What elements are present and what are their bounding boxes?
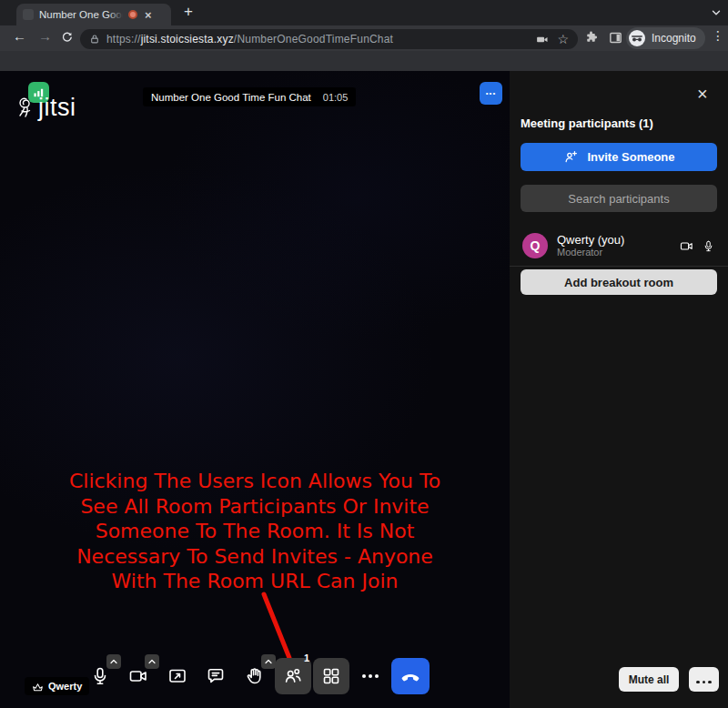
reload-button[interactable] bbox=[60, 30, 74, 44]
participant-mic-status-icon bbox=[702, 239, 715, 253]
jitsi-logo[interactable]: jitsi bbox=[15, 93, 76, 122]
address-bar[interactable]: https://jitsi.stoicsiesta.xyz/NumberOneG… bbox=[80, 29, 578, 49]
participant-name: Qwerty (you) bbox=[557, 233, 624, 247]
jitsi-logo-text: jitsi bbox=[38, 94, 76, 122]
url-path: /NumberOneGoodTimeFunChat bbox=[234, 33, 393, 46]
raise-hand-options-chevron[interactable] bbox=[261, 654, 276, 669]
participant-avatar: Q bbox=[522, 233, 548, 258]
tab-search-chevron-icon[interactable] bbox=[710, 6, 723, 19]
screenshare-icon bbox=[167, 665, 188, 687]
incognito-icon bbox=[628, 29, 646, 47]
participants-count-badge: 1 bbox=[304, 652, 309, 663]
tile-view-icon bbox=[320, 665, 342, 687]
incognito-label: Incognito bbox=[652, 32, 696, 45]
add-breakout-room-button[interactable]: Add breakout room bbox=[521, 269, 717, 295]
participants-icon bbox=[282, 665, 304, 687]
camera-in-use-icon[interactable] bbox=[536, 33, 550, 46]
browser-window: Number One Good Tim × + ← → https://jits… bbox=[0, 0, 728, 708]
url-scheme: https:// bbox=[106, 33, 141, 46]
tab-strip: Number One Good Tim × + bbox=[0, 0, 728, 25]
person-plus-icon bbox=[562, 148, 580, 166]
mic-options-chevron[interactable] bbox=[106, 654, 121, 669]
more-dots-icon: ••• bbox=[486, 89, 496, 97]
tab-close-button[interactable]: × bbox=[143, 8, 154, 22]
url-host: jitsi.stoicsiesta.xyz bbox=[141, 33, 234, 46]
tab-favicon-icon bbox=[23, 9, 34, 20]
selfview-name-label[interactable]: Qwerty bbox=[25, 677, 89, 695]
url-text: https://jitsi.stoicsiesta.xyz/NumberOneG… bbox=[106, 33, 393, 46]
tab-title: Number One Good Tim bbox=[39, 9, 123, 20]
hangup-button[interactable] bbox=[391, 658, 430, 694]
panel-divider bbox=[510, 266, 728, 267]
chat-icon bbox=[205, 665, 227, 687]
toolbar-lower-strip bbox=[0, 51, 728, 71]
screenshare-button[interactable] bbox=[159, 658, 196, 694]
meeting-subject-pill: Number One Good Time Fun Chat 01:05 bbox=[143, 87, 356, 106]
lock-icon bbox=[89, 34, 100, 45]
more-actions-button[interactable] bbox=[352, 658, 389, 694]
participant-camera-status-icon bbox=[679, 238, 694, 254]
mute-all-button[interactable]: Mute all bbox=[619, 667, 679, 692]
browser-tab[interactable]: Number One Good Tim × bbox=[16, 4, 171, 25]
more-dots-icon bbox=[362, 674, 379, 678]
annotation-line: See All Room Participants Or Invite bbox=[0, 494, 510, 520]
more-dots-icon bbox=[695, 673, 713, 686]
search-participants-input[interactable] bbox=[521, 185, 717, 212]
participant-row[interactable]: Q Qwerty (you) Moderator bbox=[510, 226, 728, 266]
annotation-text: Clicking The Users Icon Allows You To Se… bbox=[0, 469, 510, 594]
extensions-puzzle-icon[interactable] bbox=[583, 30, 599, 46]
forward-button[interactable]: → bbox=[38, 29, 52, 43]
close-panel-button[interactable]: × bbox=[693, 83, 712, 105]
invite-someone-label: Invite Someone bbox=[587, 150, 674, 164]
panel-more-button[interactable] bbox=[689, 667, 719, 692]
participants-panel: × Meeting participants (1) Invite Someon… bbox=[510, 71, 728, 708]
annotation-line: Necessary To Send Invites - Anyone bbox=[0, 544, 510, 570]
annotation-line: Clicking The Users Icon Allows You To bbox=[0, 469, 510, 494]
camera-options-chevron[interactable] bbox=[145, 654, 159, 669]
hangup-icon bbox=[399, 664, 422, 688]
meeting-video-area: jitsi Number One Good Time Fun Chat 01:0… bbox=[0, 71, 510, 708]
invite-someone-button[interactable]: Invite Someone bbox=[521, 143, 717, 171]
media-recording-indicator-icon bbox=[128, 10, 137, 19]
meeting-subject: Number One Good Time Fun Chat bbox=[151, 92, 311, 103]
annotation-line: With The Room URL Can Join bbox=[0, 569, 510, 594]
new-tab-button[interactable]: + bbox=[184, 3, 193, 21]
jitsi-logo-icon bbox=[15, 93, 38, 122]
incognito-badge: Incognito bbox=[626, 27, 705, 49]
annotation-line: Someone To The Room. It Is Not bbox=[0, 519, 510, 544]
back-button[interactable]: ← bbox=[13, 29, 26, 43]
bookmark-star-icon[interactable]: ☆ bbox=[557, 33, 569, 46]
selfview-name: Qwerty bbox=[48, 681, 82, 692]
moderator-crown-icon bbox=[32, 681, 44, 693]
participants-button[interactable]: 1 bbox=[275, 658, 311, 694]
participant-role: Moderator bbox=[557, 247, 624, 258]
annotation-arrow bbox=[0, 71, 510, 708]
chat-button[interactable] bbox=[197, 658, 234, 694]
tile-view-button[interactable] bbox=[313, 658, 349, 694]
side-panel-icon[interactable] bbox=[608, 30, 623, 46]
toggle-view-more-button[interactable]: ••• bbox=[480, 82, 502, 105]
participants-heading: Meeting participants (1) bbox=[521, 116, 653, 130]
meeting-timer: 01:05 bbox=[323, 92, 349, 103]
browser-menu-icon[interactable]: ⋮ bbox=[712, 28, 724, 43]
